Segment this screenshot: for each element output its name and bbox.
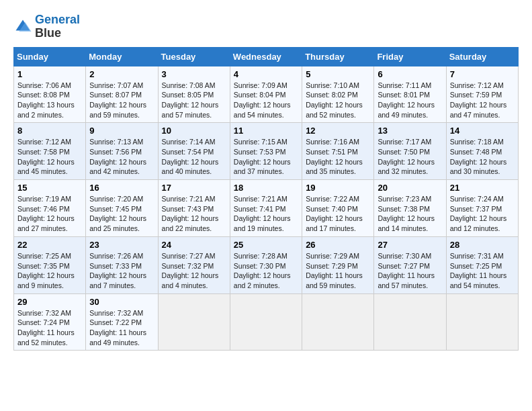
day-info: Sunrise: 7:16 AMSunset: 7:51 PMDaylight:…	[306, 137, 370, 177]
day-info: Sunrise: 7:11 AMSunset: 8:01 PMDaylight:…	[378, 81, 442, 120]
day-number: 18	[234, 183, 298, 193]
day-number: 27	[378, 240, 442, 250]
calendar-cell: 3Sunrise: 7:08 AMSunset: 8:05 PMDaylight…	[158, 66, 230, 123]
day-number: 30	[89, 297, 154, 307]
day-info: Sunrise: 7:12 AMSunset: 7:58 PMDaylight:…	[17, 137, 82, 177]
day-number: 26	[306, 240, 370, 250]
day-number: 21	[450, 183, 515, 193]
calendar-cell: 25Sunrise: 7:28 AMSunset: 7:30 PMDayligh…	[230, 236, 302, 293]
day-number: 2	[89, 69, 154, 79]
day-info: Sunrise: 7:07 AMSunset: 8:07 PMDaylight:…	[89, 81, 154, 120]
header-tuesday: Tuesday	[158, 47, 230, 66]
calendar-cell: 20Sunrise: 7:23 AMSunset: 7:38 PMDayligh…	[374, 180, 446, 237]
day-info: Sunrise: 7:25 AMSunset: 7:35 PMDaylight:…	[17, 251, 82, 291]
day-number: 7	[450, 69, 515, 79]
day-number: 25	[234, 240, 298, 250]
calendar-cell: 18Sunrise: 7:21 AMSunset: 7:41 PMDayligh…	[230, 180, 302, 237]
day-number: 5	[306, 69, 370, 79]
calendar-week-5: 29Sunrise: 7:32 AMSunset: 7:24 PMDayligh…	[14, 293, 519, 351]
calendar-cell	[158, 293, 230, 351]
day-number: 11	[234, 126, 298, 136]
calendar-cell: 19Sunrise: 7:22 AMSunset: 7:40 PMDayligh…	[302, 180, 374, 237]
calendar-cell: 10Sunrise: 7:14 AMSunset: 7:54 PMDayligh…	[158, 123, 230, 180]
day-number: 22	[17, 240, 82, 250]
calendar-cell: 4Sunrise: 7:09 AMSunset: 8:04 PMDaylight…	[230, 66, 302, 123]
day-info: Sunrise: 7:21 AMSunset: 7:41 PMDaylight:…	[234, 194, 298, 234]
calendar-cell	[302, 293, 374, 351]
calendar-cell: 28Sunrise: 7:31 AMSunset: 7:25 PMDayligh…	[446, 236, 518, 293]
calendar-cell: 17Sunrise: 7:21 AMSunset: 7:43 PMDayligh…	[158, 180, 230, 237]
day-number: 13	[378, 126, 442, 136]
day-info: Sunrise: 7:21 AMSunset: 7:43 PMDaylight:…	[162, 194, 226, 234]
calendar-cell: 7Sunrise: 7:12 AMSunset: 7:59 PMDaylight…	[446, 66, 518, 123]
calendar-cell: 24Sunrise: 7:27 AMSunset: 7:32 PMDayligh…	[158, 236, 230, 293]
day-number: 29	[17, 297, 82, 307]
day-number: 10	[162, 126, 226, 136]
calendar-header-row: SundayMondayTuesdayWednesdayThursdayFrid…	[14, 47, 519, 66]
day-info: Sunrise: 7:18 AMSunset: 7:48 PMDaylight:…	[450, 137, 515, 177]
calendar-cell: 27Sunrise: 7:30 AMSunset: 7:27 PMDayligh…	[374, 236, 446, 293]
day-info: Sunrise: 7:22 AMSunset: 7:40 PMDaylight:…	[306, 194, 370, 234]
calendar-cell	[230, 293, 302, 351]
calendar-cell: 11Sunrise: 7:15 AMSunset: 7:53 PMDayligh…	[230, 123, 302, 180]
calendar-week-4: 22Sunrise: 7:25 AMSunset: 7:35 PMDayligh…	[14, 236, 519, 293]
calendar-cell: 21Sunrise: 7:24 AMSunset: 7:37 PMDayligh…	[446, 180, 518, 237]
calendar-week-3: 15Sunrise: 7:19 AMSunset: 7:46 PMDayligh…	[14, 180, 519, 237]
calendar-cell: 15Sunrise: 7:19 AMSunset: 7:46 PMDayligh…	[14, 180, 86, 237]
header-wednesday: Wednesday	[230, 47, 302, 66]
calendar-cell: 14Sunrise: 7:18 AMSunset: 7:48 PMDayligh…	[446, 123, 518, 180]
day-info: Sunrise: 7:23 AMSunset: 7:38 PMDaylight:…	[378, 194, 442, 234]
day-number: 9	[89, 126, 154, 136]
logo-text: General Blue	[35, 13, 80, 40]
day-number: 12	[306, 126, 370, 136]
calendar-cell: 6Sunrise: 7:11 AMSunset: 8:01 PMDaylight…	[374, 66, 446, 123]
calendar-cell: 13Sunrise: 7:17 AMSunset: 7:50 PMDayligh…	[374, 123, 446, 180]
day-info: Sunrise: 7:30 AMSunset: 7:27 PMDaylight:…	[378, 251, 442, 291]
header-sunday: Sunday	[14, 47, 86, 66]
calendar-week-2: 8Sunrise: 7:12 AMSunset: 7:58 PMDaylight…	[14, 123, 519, 180]
day-info: Sunrise: 7:29 AMSunset: 7:29 PMDaylight:…	[306, 251, 370, 291]
day-info: Sunrise: 7:32 AMSunset: 7:24 PMDaylight:…	[17, 308, 82, 348]
day-info: Sunrise: 7:13 AMSunset: 7:56 PMDaylight:…	[89, 137, 154, 177]
day-number: 1	[17, 69, 82, 79]
calendar-table: SundayMondayTuesdayWednesdayThursdayFrid…	[13, 47, 519, 351]
day-number: 4	[234, 69, 298, 79]
day-info: Sunrise: 7:09 AMSunset: 8:04 PMDaylight:…	[234, 81, 298, 120]
calendar-cell: 22Sunrise: 7:25 AMSunset: 7:35 PMDayligh…	[14, 236, 86, 293]
day-info: Sunrise: 7:15 AMSunset: 7:53 PMDaylight:…	[234, 137, 298, 177]
calendar-cell: 1Sunrise: 7:06 AMSunset: 8:08 PMDaylight…	[14, 66, 86, 123]
day-info: Sunrise: 7:08 AMSunset: 8:05 PMDaylight:…	[162, 81, 226, 120]
calendar-cell: 12Sunrise: 7:16 AMSunset: 7:51 PMDayligh…	[302, 123, 374, 180]
day-info: Sunrise: 7:20 AMSunset: 7:45 PMDaylight:…	[89, 194, 154, 234]
day-info: Sunrise: 7:17 AMSunset: 7:50 PMDaylight:…	[378, 137, 442, 177]
logo: General Blue	[13, 13, 80, 40]
calendar-cell: 2Sunrise: 7:07 AMSunset: 8:07 PMDaylight…	[86, 66, 158, 123]
logo-icon	[13, 17, 32, 36]
header-thursday: Thursday	[302, 47, 374, 66]
day-number: 6	[378, 69, 442, 79]
day-info: Sunrise: 7:14 AMSunset: 7:54 PMDaylight:…	[162, 137, 226, 177]
header-monday: Monday	[86, 47, 158, 66]
calendar-cell: 16Sunrise: 7:20 AMSunset: 7:45 PMDayligh…	[86, 180, 158, 237]
day-number: 8	[17, 126, 82, 136]
calendar-cell: 23Sunrise: 7:26 AMSunset: 7:33 PMDayligh…	[86, 236, 158, 293]
calendar-cell	[374, 293, 446, 351]
day-number: 14	[450, 126, 515, 136]
day-info: Sunrise: 7:10 AMSunset: 8:02 PMDaylight:…	[306, 81, 370, 120]
calendar-cell: 9Sunrise: 7:13 AMSunset: 7:56 PMDaylight…	[86, 123, 158, 180]
day-number: 3	[162, 69, 226, 79]
day-info: Sunrise: 7:06 AMSunset: 8:08 PMDaylight:…	[17, 81, 82, 120]
calendar-cell: 29Sunrise: 7:32 AMSunset: 7:24 PMDayligh…	[14, 293, 86, 351]
calendar-cell	[446, 293, 518, 351]
day-info: Sunrise: 7:19 AMSunset: 7:46 PMDaylight:…	[17, 194, 82, 234]
calendar-cell: 30Sunrise: 7:32 AMSunset: 7:22 PMDayligh…	[86, 293, 158, 351]
day-number: 16	[89, 183, 154, 193]
day-number: 20	[378, 183, 442, 193]
day-info: Sunrise: 7:24 AMSunset: 7:37 PMDaylight:…	[450, 194, 515, 234]
day-info: Sunrise: 7:31 AMSunset: 7:25 PMDaylight:…	[450, 251, 515, 291]
day-info: Sunrise: 7:32 AMSunset: 7:22 PMDaylight:…	[89, 308, 154, 348]
calendar-week-1: 1Sunrise: 7:06 AMSunset: 8:08 PMDaylight…	[14, 66, 519, 123]
day-info: Sunrise: 7:27 AMSunset: 7:32 PMDaylight:…	[162, 251, 226, 291]
day-number: 19	[306, 183, 370, 193]
day-number: 15	[17, 183, 82, 193]
